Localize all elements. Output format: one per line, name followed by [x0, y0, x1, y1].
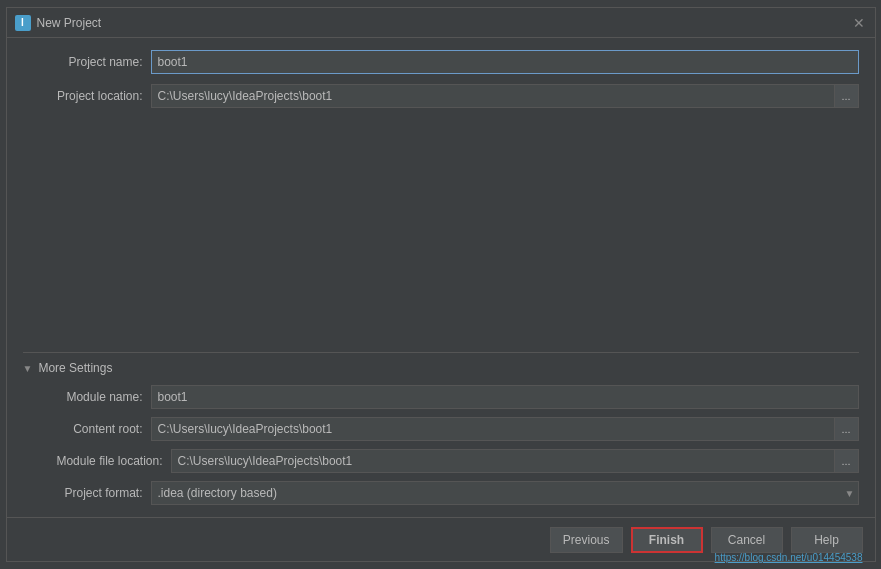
title-bar-left: I New Project	[15, 15, 102, 31]
module-name-label: Module name:	[23, 390, 143, 404]
content-root-row: Content root: ...	[23, 417, 859, 441]
module-file-field: ...	[171, 449, 859, 473]
project-name-input[interactable]	[151, 50, 859, 74]
content-root-label: Content root:	[23, 422, 143, 436]
close-button[interactable]: ✕	[851, 15, 867, 31]
title-bar: I New Project ✕	[7, 8, 875, 38]
project-location-browse-button[interactable]: ...	[835, 84, 859, 108]
previous-button[interactable]: Previous	[550, 527, 623, 553]
watermark: https://blog.csdn.net/u014454538	[715, 552, 863, 563]
dialog-footer: Previous Finish Cancel Help https://blog…	[7, 517, 875, 561]
new-project-dialog: I New Project ✕ Project name: Project lo…	[6, 7, 876, 562]
content-root-browse-button[interactable]: ...	[835, 417, 859, 441]
project-format-select-wrapper: .idea (directory based) Eclipse (.classp…	[151, 481, 859, 505]
help-button[interactable]: Help	[791, 527, 863, 553]
project-format-select[interactable]: .idea (directory based) Eclipse (.classp…	[151, 481, 859, 505]
project-format-row: Project format: .idea (directory based) …	[23, 481, 859, 505]
module-file-browse-button[interactable]: ...	[835, 449, 859, 473]
more-settings-label: More Settings	[38, 361, 112, 375]
content-spacer	[23, 118, 859, 342]
module-name-input[interactable]	[151, 385, 859, 409]
idea-icon: I	[15, 15, 31, 31]
more-settings-section: ▼ More Settings Module name: Content roo…	[23, 352, 859, 505]
more-settings-form: Module name: Content root: ... Module fi…	[23, 385, 859, 505]
dialog-title: New Project	[37, 16, 102, 30]
content-root-field: ...	[151, 417, 859, 441]
cancel-button[interactable]: Cancel	[711, 527, 783, 553]
module-file-label: Module file location:	[23, 454, 163, 468]
project-location-field: ...	[151, 84, 859, 108]
collapse-icon: ▼	[23, 363, 33, 374]
finish-button[interactable]: Finish	[631, 527, 703, 553]
more-settings-header[interactable]: ▼ More Settings	[23, 361, 859, 375]
project-format-label: Project format:	[23, 486, 143, 500]
project-location-label: Project location:	[23, 89, 143, 103]
dialog-content: Project name: Project location: ... ▼ Mo…	[7, 38, 875, 517]
project-location-row: Project location: ...	[23, 84, 859, 108]
module-name-row: Module name:	[23, 385, 859, 409]
project-name-label: Project name:	[23, 55, 143, 69]
project-name-row: Project name:	[23, 50, 859, 74]
module-file-input[interactable]	[171, 449, 835, 473]
content-root-input[interactable]	[151, 417, 835, 441]
module-file-row: Module file location: ...	[23, 449, 859, 473]
project-location-input[interactable]	[151, 84, 835, 108]
